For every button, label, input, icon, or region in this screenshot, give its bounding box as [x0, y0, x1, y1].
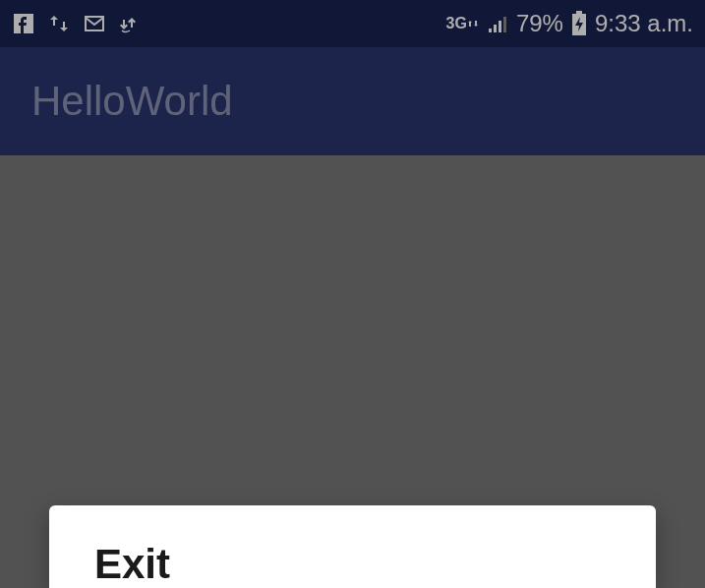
status-bar: 3G 79% 9:33 a.m.	[0, 0, 705, 47]
signal-icon	[487, 13, 508, 34]
facebook-icon	[12, 12, 35, 35]
network-label: 3G	[446, 16, 467, 31]
status-left-icons	[12, 12, 142, 35]
dialog-title: Exit	[94, 541, 611, 588]
svg-rect-6	[576, 11, 582, 14]
svg-rect-3	[494, 25, 497, 32]
status-right: 3G 79% 9:33 a.m.	[446, 10, 693, 37]
svg-rect-5	[503, 17, 506, 32]
exit-dialog: Exit	[49, 505, 656, 588]
app-bar: HelloWorld	[0, 47, 705, 155]
data-transfer-icon	[118, 12, 142, 35]
battery-percent: 79%	[516, 10, 563, 37]
battery-charging-icon	[571, 11, 587, 36]
clock-time: 9:33 a.m.	[595, 10, 693, 37]
app-title: HelloWorld	[31, 78, 233, 125]
sync-icon	[47, 12, 71, 35]
svg-rect-2	[489, 29, 492, 32]
network-3g-icon: 3G	[446, 16, 479, 31]
svg-rect-4	[499, 21, 501, 32]
gmail-icon	[83, 12, 106, 35]
